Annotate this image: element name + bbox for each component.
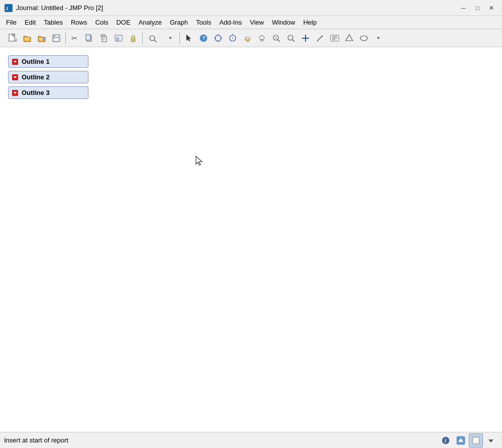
annotate-button[interactable] <box>313 31 327 45</box>
separator-1 <box>65 32 66 44</box>
menu-file[interactable]: File <box>2 18 21 27</box>
outline-1-label: Outline 1 <box>22 58 50 65</box>
open-recent-button[interactable]: ↓ <box>35 31 49 45</box>
svg-line-47 <box>317 36 323 41</box>
outline-2-label: Outline 2 <box>22 73 50 81</box>
svg-text:↓: ↓ <box>43 37 45 40</box>
new-button[interactable]: + <box>6 31 20 45</box>
outline-3-arrow <box>12 89 19 96</box>
window-title: Journal: Untitled - JMP Pro [2] <box>16 4 457 12</box>
toolbar-drag-handle <box>1 31 4 45</box>
svg-rect-69 <box>473 438 478 443</box>
lock-button[interactable] <box>126 31 140 45</box>
oval-button[interactable] <box>357 31 371 45</box>
outline-2-arrow <box>12 74 19 81</box>
svg-point-37 <box>259 36 264 40</box>
window-controls: ─ □ ✕ <box>457 3 498 14</box>
copy-button[interactable] <box>82 31 96 45</box>
menu-edit[interactable]: Edit <box>21 18 40 27</box>
svg-rect-18 <box>102 39 106 39</box>
svg-rect-22 <box>131 38 135 42</box>
menu-addins[interactable]: Add-Ins <box>215 18 246 27</box>
svg-line-40 <box>278 40 280 42</box>
brush-button[interactable] <box>255 31 269 45</box>
status-bar: Insert at start of report i <box>0 432 502 448</box>
svg-point-23 <box>150 36 155 41</box>
menu-bar: File Edit Tables Rows Cols DOE Analyze G… <box>0 16 502 29</box>
help-tool-button[interactable]: ? <box>196 31 211 45</box>
up-button[interactable] <box>454 433 468 447</box>
lasso-button[interactable] <box>226 31 240 45</box>
more-button[interactable] <box>371 31 385 45</box>
zoom-out-button[interactable]: - <box>284 31 298 45</box>
svg-rect-17 <box>102 38 106 38</box>
svg-marker-25 <box>169 37 172 39</box>
magnify-button[interactable]: + <box>269 31 283 45</box>
shape-button[interactable] <box>342 31 356 45</box>
svg-text:{}: {} <box>116 36 119 41</box>
svg-marker-54 <box>346 35 353 41</box>
menu-window[interactable]: Window <box>268 18 299 27</box>
svg-rect-19 <box>102 40 105 40</box>
minimize-button[interactable]: ─ <box>457 3 470 14</box>
svg-marker-63 <box>196 156 202 165</box>
main-content: Outline 1 Outline 2 Outline 3 <box>0 47 502 432</box>
script-button[interactable]: {} <box>112 31 126 45</box>
app-icon: J <box>4 4 13 13</box>
save-button[interactable] <box>49 31 63 45</box>
svg-rect-16 <box>101 35 105 37</box>
toolbar: + ↓ ✂ {} ? <box>0 29 502 47</box>
open-button[interactable] <box>20 31 34 45</box>
separator-2 <box>142 32 143 44</box>
cut-button[interactable]: ✂ <box>68 31 82 45</box>
menu-cols[interactable]: Cols <box>91 18 112 27</box>
menu-help[interactable]: Help <box>299 18 321 27</box>
svg-text:J: J <box>6 6 8 11</box>
svg-rect-11 <box>53 38 59 41</box>
menu-graph[interactable]: Graph <box>166 18 192 27</box>
svg-line-43 <box>292 40 294 42</box>
svg-marker-70 <box>488 439 493 442</box>
menu-tools[interactable]: Tools <box>192 18 215 27</box>
outline-1-button[interactable]: Outline 1 <box>8 55 88 68</box>
menu-rows[interactable]: Rows <box>67 18 91 27</box>
paste-button[interactable] <box>97 31 111 45</box>
svg-marker-3 <box>13 34 15 36</box>
hand-button[interactable] <box>240 31 254 45</box>
outline-3-label: Outline 3 <box>22 89 50 96</box>
svg-text:?: ? <box>203 36 206 41</box>
add-button[interactable] <box>298 31 313 45</box>
svg-rect-10 <box>54 35 55 37</box>
svg-text:✂: ✂ <box>71 34 77 42</box>
menu-doe[interactable]: DOE <box>112 18 134 27</box>
outline-3-button[interactable]: Outline 3 <box>8 86 88 99</box>
svg-marker-56 <box>377 37 380 39</box>
svg-rect-14 <box>86 35 90 40</box>
select-tool-button[interactable] <box>182 31 196 45</box>
svg-marker-26 <box>186 35 191 41</box>
dropdown-button[interactable] <box>484 433 498 447</box>
view-button[interactable] <box>469 433 483 447</box>
title-bar: J Journal: Untitled - JMP Pro [2] ─ □ ✕ <box>0 0 502 16</box>
menu-tables[interactable]: Tables <box>40 18 67 27</box>
svg-point-55 <box>360 36 367 41</box>
status-text: Insert at start of report <box>4 436 439 444</box>
menu-view[interactable]: View <box>246 18 268 27</box>
svg-text:+: + <box>275 36 277 40</box>
close-button[interactable]: ✕ <box>485 3 498 14</box>
svg-text:+: + <box>15 38 17 41</box>
search-button[interactable] <box>145 31 163 45</box>
separator-3 <box>179 32 180 44</box>
info-button[interactable]: i <box>439 433 453 447</box>
svg-rect-38 <box>260 40 263 41</box>
svg-text:i: i <box>445 438 446 443</box>
menu-analyze[interactable]: Analyze <box>135 18 166 27</box>
text-button[interactable] <box>328 31 342 45</box>
outline-2-button[interactable]: Outline 2 <box>8 71 88 83</box>
svg-text:-: - <box>289 36 291 40</box>
svg-line-24 <box>154 40 157 42</box>
search-dropdown[interactable] <box>163 31 177 45</box>
maximize-button[interactable]: □ <box>471 3 484 14</box>
cursor-indicator <box>195 155 205 169</box>
crosshair-button[interactable] <box>211 31 225 45</box>
